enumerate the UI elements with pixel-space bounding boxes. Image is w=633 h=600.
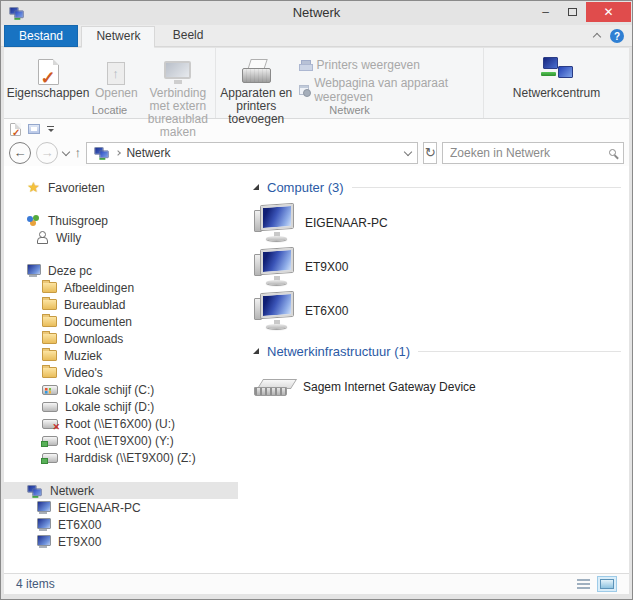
breadcrumb[interactable]: Netwerk [126,146,170,160]
ribbon-collapse-button[interactable] [594,29,600,43]
up-button[interactable]: ↑ [74,145,81,160]
view-device-webpage-button[interactable]: Webpagina van apparaat weergeven [299,76,483,104]
group-collapse-icon[interactable] [253,348,259,354]
sidebar-item-lokale-schijf-c[interactable]: Lokale schijf (C:) [4,381,238,398]
remote-desktop-button[interactable]: Verbinding met extern bureaublad maken [141,51,215,141]
explorer-window: Netwerk – ✕ Bestand Netwerk Beeld ? Eige… [0,0,633,600]
sidebar-item-harddisk-z[interactable]: Harddisk (\\ET9X00) (Z:) [4,449,238,466]
recent-locations-dropdown[interactable] [63,146,69,160]
computer-icon [254,249,296,285]
address-box[interactable]: Netwerk [86,142,418,164]
open-icon [107,62,125,85]
search-icon[interactable] [609,149,616,156]
sidebar-item-willy[interactable]: Willy [4,229,238,246]
sidebar-item-netwerk[interactable]: Netwerk [4,482,238,499]
sidebar-item-thuisgroep[interactable]: Thuisgroep [4,212,238,229]
user-icon [36,231,49,244]
window-controls: – ✕ [532,2,631,22]
sidebar-item-muziek[interactable]: Muziek [4,347,238,364]
this-pc-icon [26,264,41,277]
network-drive-icon [42,436,58,446]
openen-button[interactable]: Openen [92,51,141,102]
desktop-folder-icon [42,299,57,310]
list-view-icon [577,579,590,589]
documents-folder-icon [42,316,57,327]
item-count: 4 items [16,577,55,591]
qat-properties-icon[interactable] [10,123,21,136]
group-header-rule [352,187,621,188]
downloads-folder-icon [42,333,57,344]
help-button[interactable]: ? [610,29,624,43]
qat-customize-dropdown[interactable] [47,126,54,132]
refresh-button[interactable]: ↻ [423,142,437,164]
window-body: Eigenschappen Openen Verbinding met exte… [4,48,629,594]
group-collapse-icon[interactable] [253,184,259,190]
list-item-sagem-gateway[interactable]: Sagem Internet Gateway Device [253,365,621,409]
tab-netwerk[interactable]: Netwerk [81,26,155,48]
group-header-netwerkinfrastructuur[interactable]: Netwerkinfrastructuur (1) [253,341,621,361]
list-item-eigenaar-pc[interactable]: EIGENAAR-PC [253,201,621,245]
favorites-star-icon: ★ [26,181,41,194]
printer-icon [241,59,271,85]
ribbon-group-netwerk: Apparaten en printers toevoegen Printers… [216,48,484,118]
ribbon-group-locatie: Eigenschappen Openen Verbinding met exte… [4,48,216,118]
disconnected-network-drive-icon [42,419,58,429]
eigenschappen-button[interactable]: Eigenschappen [4,51,92,102]
computer-icon [36,518,51,531]
address-bar: ← → ↑ Netwerk ↻ [4,139,629,166]
search-input[interactable] [450,146,605,160]
view-printers-button[interactable]: Printers weergeven [299,58,483,72]
group-header-computer[interactable]: Computer (3) [253,177,621,197]
sidebar-item-et9x00[interactable]: ET9X00 [4,533,238,550]
music-folder-icon [42,350,57,361]
forward-button[interactable]: → [36,142,58,164]
sidebar-item-documenten[interactable]: Documenten [4,313,238,330]
content-area: ★ Favorieten Thuisgroep Willy Deze pc [4,166,629,573]
qat-dropdown-bar [47,126,54,127]
group-label-locatie: Locatie [4,104,215,116]
network-drive-icon [42,453,58,463]
sidebar-item-afbeeldingen[interactable]: Afbeeldingen [4,279,238,296]
network-center-icon [540,57,574,85]
ribbon-tabstrip: Bestand Netwerk Beeld ? [1,25,632,47]
thumbnail-view-button[interactable] [597,576,617,592]
sidebar-item-videos[interactable]: Video's [4,364,238,381]
chevron-up-icon [593,33,601,41]
sidebar-item-eigenaar-pc[interactable]: EIGENAAR-PC [4,499,238,516]
add-devices-printers-button[interactable]: Apparaten en printers toevoegen [216,51,297,128]
back-button[interactable]: ← [9,142,31,164]
qat-dropdown-arrow-icon [48,129,54,132]
router-icon [254,378,294,396]
group-header-rule [418,351,621,352]
maximize-button[interactable] [559,2,586,22]
address-dropdown-button[interactable] [405,146,411,160]
list-item-et6x00[interactable]: ET6X00 [253,289,621,333]
sidebar-item-root-y[interactable]: Root (\\ET9X00) (Y:) [4,432,238,449]
tab-beeld[interactable]: Beeld [159,25,218,47]
sidebar-item-root-u[interactable]: Root (\\ET6X00) (U:) [4,415,238,432]
sidebar-item-bureaublad[interactable]: Bureaublad [4,296,238,313]
sidebar-item-favorieten[interactable]: ★ Favorieten [4,179,238,196]
sidebar-item-deze-pc[interactable]: Deze pc [4,262,238,279]
sidebar-item-lokale-schijf-d[interactable]: Lokale schijf (D:) [4,398,238,415]
sidebar-item-et6x00[interactable]: ET6X00 [4,516,238,533]
thumbnail-view-icon [600,579,614,589]
computer-icon [254,293,296,329]
tab-bestand[interactable]: Bestand [4,25,78,47]
sidebar-item-downloads[interactable]: Downloads [4,330,238,347]
homegroup-icon [26,214,41,227]
navigation-pane: ★ Favorieten Thuisgroep Willy Deze pc [4,166,238,573]
file-list: Computer (3) EIGENAAR-PC ET9X00 ET6X00 [238,166,629,573]
pictures-folder-icon [42,282,57,293]
list-item-et9x00[interactable]: ET9X00 [253,245,621,289]
local-drive-icon [42,402,58,412]
close-button[interactable]: ✕ [586,2,631,22]
videos-folder-icon [42,367,57,378]
details-view-button[interactable] [575,577,592,591]
qat-new-window-icon[interactable] [28,124,40,134]
group-label-netwerk: Netwerk [216,104,483,116]
breadcrumb-network-icon [95,147,109,159]
maximize-icon [568,8,577,16]
minimize-button[interactable]: – [532,2,559,22]
network-center-button[interactable]: Netwerkcentrum [511,51,603,102]
